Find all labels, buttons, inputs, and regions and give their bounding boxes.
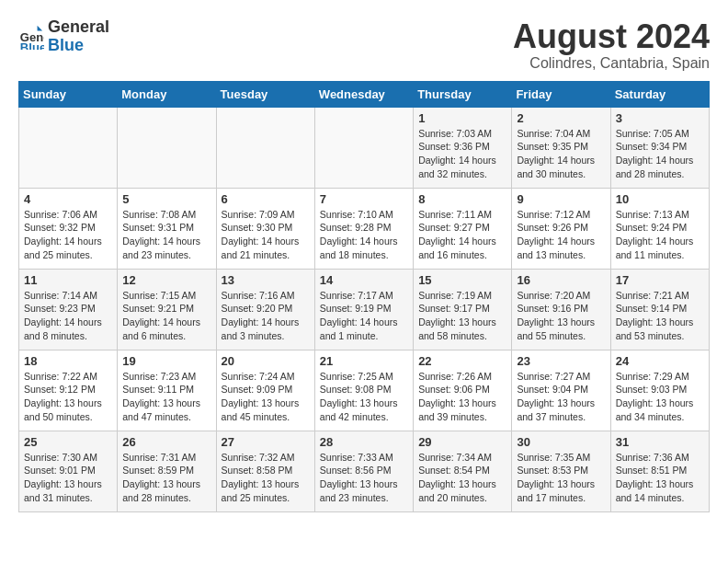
calendar-cell [19, 107, 118, 188]
calendar-cell: 25Sunrise: 7:30 AMSunset: 9:01 PMDayligh… [19, 431, 118, 511]
calendar-week-2: 4Sunrise: 7:06 AMSunset: 9:32 PMDaylight… [19, 188, 710, 269]
svg-marker-2 [38, 26, 43, 31]
day-info: Sunrise: 7:33 AMSunset: 8:56 PMDaylight:… [320, 451, 408, 505]
day-number: 7 [320, 192, 408, 206]
calendar-cell: 21Sunrise: 7:25 AMSunset: 9:08 PMDayligh… [314, 350, 413, 431]
calendar-cell: 13Sunrise: 7:16 AMSunset: 9:20 PMDayligh… [216, 269, 314, 350]
day-info: Sunrise: 7:24 AMSunset: 9:09 PMDaylight:… [222, 370, 310, 424]
day-info: Sunrise: 7:05 AMSunset: 9:34 PMDaylight:… [616, 127, 704, 181]
day-number: 12 [122, 273, 210, 287]
day-number: 8 [418, 192, 506, 206]
day-number: 18 [24, 354, 112, 368]
day-info: Sunrise: 7:03 AMSunset: 9:36 PMDaylight:… [418, 127, 506, 181]
logo: General Blue General Blue [18, 18, 109, 55]
day-info: Sunrise: 7:06 AMSunset: 9:32 PMDaylight:… [24, 208, 112, 262]
day-number: 11 [24, 273, 112, 287]
weekday-header-saturday: Saturday [610, 81, 709, 107]
calendar-cell [118, 107, 216, 188]
day-info: Sunrise: 7:09 AMSunset: 9:30 PMDaylight:… [222, 208, 310, 262]
day-info: Sunrise: 7:26 AMSunset: 9:06 PMDaylight:… [418, 370, 506, 424]
day-info: Sunrise: 7:17 AMSunset: 9:19 PMDaylight:… [320, 289, 408, 343]
calendar-cell: 16Sunrise: 7:20 AMSunset: 9:16 PMDayligh… [512, 269, 610, 350]
calendar-week-1: 1Sunrise: 7:03 AMSunset: 9:36 PMDaylight… [19, 107, 710, 188]
day-info: Sunrise: 7:08 AMSunset: 9:31 PMDaylight:… [122, 208, 210, 262]
day-number: 14 [320, 273, 408, 287]
day-info: Sunrise: 7:25 AMSunset: 9:08 PMDaylight:… [320, 370, 408, 424]
title-block: August 2024 Colindres, Cantabria, Spain [513, 18, 710, 72]
day-number: 26 [122, 435, 210, 449]
weekday-header-tuesday: Tuesday [216, 81, 314, 107]
calendar-cell: 1Sunrise: 7:03 AMSunset: 9:36 PMDaylight… [414, 107, 512, 188]
day-info: Sunrise: 7:22 AMSunset: 9:12 PMDaylight:… [24, 370, 112, 424]
calendar-cell: 24Sunrise: 7:29 AMSunset: 9:03 PMDayligh… [610, 350, 709, 431]
day-info: Sunrise: 7:11 AMSunset: 9:27 PMDaylight:… [418, 208, 506, 262]
day-number: 16 [517, 273, 605, 287]
day-number: 20 [222, 354, 310, 368]
day-number: 15 [418, 273, 506, 287]
day-number: 28 [320, 435, 408, 449]
weekday-header-thursday: Thursday [414, 81, 512, 107]
calendar-week-5: 25Sunrise: 7:30 AMSunset: 9:01 PMDayligh… [19, 431, 710, 511]
day-info: Sunrise: 7:14 AMSunset: 9:23 PMDaylight:… [24, 289, 112, 343]
day-info: Sunrise: 7:10 AMSunset: 9:28 PMDaylight:… [320, 208, 408, 262]
day-info: Sunrise: 7:30 AMSunset: 9:01 PMDaylight:… [24, 451, 112, 505]
calendar-cell: 4Sunrise: 7:06 AMSunset: 9:32 PMDaylight… [19, 188, 118, 269]
day-info: Sunrise: 7:15 AMSunset: 9:21 PMDaylight:… [122, 289, 210, 343]
calendar-cell [216, 107, 314, 188]
day-info: Sunrise: 7:34 AMSunset: 8:54 PMDaylight:… [418, 451, 506, 505]
calendar-cell: 14Sunrise: 7:17 AMSunset: 9:19 PMDayligh… [314, 269, 413, 350]
day-info: Sunrise: 7:13 AMSunset: 9:24 PMDaylight:… [616, 208, 704, 262]
day-number: 9 [517, 192, 605, 206]
day-info: Sunrise: 7:27 AMSunset: 9:04 PMDaylight:… [517, 370, 605, 424]
calendar-cell: 17Sunrise: 7:21 AMSunset: 9:14 PMDayligh… [610, 269, 709, 350]
day-number: 6 [222, 192, 310, 206]
day-number: 21 [320, 354, 408, 368]
day-info: Sunrise: 7:21 AMSunset: 9:14 PMDaylight:… [616, 289, 704, 343]
calendar-cell: 9Sunrise: 7:12 AMSunset: 9:26 PMDaylight… [512, 188, 610, 269]
svg-text:Blue: Blue [20, 40, 44, 50]
calendar-cell: 22Sunrise: 7:26 AMSunset: 9:06 PMDayligh… [414, 350, 512, 431]
weekday-header-row: SundayMondayTuesdayWednesdayThursdayFrid… [19, 81, 710, 107]
weekday-header-sunday: Sunday [19, 81, 118, 107]
day-number: 25 [24, 435, 112, 449]
page-header: General Blue General Blue August 2024 Co… [18, 18, 710, 72]
day-number: 1 [418, 111, 506, 125]
day-info: Sunrise: 7:23 AMSunset: 9:11 PMDaylight:… [122, 370, 210, 424]
day-number: 3 [616, 111, 704, 125]
calendar-cell: 7Sunrise: 7:10 AMSunset: 9:28 PMDaylight… [314, 188, 413, 269]
day-info: Sunrise: 7:36 AMSunset: 8:51 PMDaylight:… [616, 451, 704, 505]
weekday-header-monday: Monday [118, 81, 216, 107]
month-year: August 2024 [513, 18, 710, 55]
day-number: 23 [517, 354, 605, 368]
calendar-cell: 10Sunrise: 7:13 AMSunset: 9:24 PMDayligh… [610, 188, 709, 269]
calendar-table: SundayMondayTuesdayWednesdayThursdayFrid… [18, 81, 710, 512]
day-info: Sunrise: 7:31 AMSunset: 8:59 PMDaylight:… [122, 451, 210, 505]
calendar-cell: 29Sunrise: 7:34 AMSunset: 8:54 PMDayligh… [414, 431, 512, 511]
calendar-cell: 19Sunrise: 7:23 AMSunset: 9:11 PMDayligh… [118, 350, 216, 431]
day-number: 19 [122, 354, 210, 368]
day-number: 31 [616, 435, 704, 449]
calendar-cell: 18Sunrise: 7:22 AMSunset: 9:12 PMDayligh… [19, 350, 118, 431]
day-info: Sunrise: 7:35 AMSunset: 8:53 PMDaylight:… [517, 451, 605, 505]
calendar-cell: 6Sunrise: 7:09 AMSunset: 9:30 PMDaylight… [216, 188, 314, 269]
logo-text: General Blue [48, 18, 109, 55]
day-number: 27 [222, 435, 310, 449]
calendar-week-4: 18Sunrise: 7:22 AMSunset: 9:12 PMDayligh… [19, 350, 710, 431]
calendar-cell: 28Sunrise: 7:33 AMSunset: 8:56 PMDayligh… [314, 431, 413, 511]
day-number: 10 [616, 192, 704, 206]
calendar-cell: 23Sunrise: 7:27 AMSunset: 9:04 PMDayligh… [512, 350, 610, 431]
day-info: Sunrise: 7:20 AMSunset: 9:16 PMDaylight:… [517, 289, 605, 343]
day-number: 4 [24, 192, 112, 206]
day-number: 5 [122, 192, 210, 206]
calendar-cell: 5Sunrise: 7:08 AMSunset: 9:31 PMDaylight… [118, 188, 216, 269]
day-number: 17 [616, 273, 704, 287]
calendar-cell: 27Sunrise: 7:32 AMSunset: 8:58 PMDayligh… [216, 431, 314, 511]
calendar-cell: 31Sunrise: 7:36 AMSunset: 8:51 PMDayligh… [610, 431, 709, 511]
calendar-cell: 30Sunrise: 7:35 AMSunset: 8:53 PMDayligh… [512, 431, 610, 511]
day-info: Sunrise: 7:19 AMSunset: 9:17 PMDaylight:… [418, 289, 506, 343]
calendar-cell [314, 107, 413, 188]
calendar-week-3: 11Sunrise: 7:14 AMSunset: 9:23 PMDayligh… [19, 269, 710, 350]
weekday-header-wednesday: Wednesday [314, 81, 413, 107]
calendar-cell: 20Sunrise: 7:24 AMSunset: 9:09 PMDayligh… [216, 350, 314, 431]
day-info: Sunrise: 7:12 AMSunset: 9:26 PMDaylight:… [517, 208, 605, 262]
